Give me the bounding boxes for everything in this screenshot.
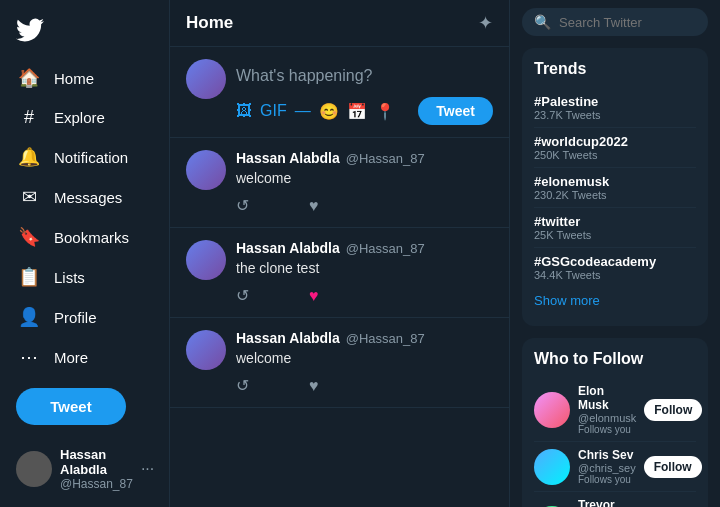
follow-name-1: Chris Sev [578,448,636,462]
sidebar-item-lists[interactable]: 📋 Lists [12,258,157,296]
follow-handle-0: @elonmusk [578,412,636,424]
sidebar-item-explore[interactable]: # Explore [12,99,157,136]
trend-count-0: 23.7K Tweets [534,109,696,121]
follow-button-1[interactable]: Follow [644,456,702,478]
composer-tools: 🖼 GIF — 😊 📅 📍 [236,102,395,121]
nav-items: 🏠 Home # Explore 🔔 Notification ✉ Messag… [12,59,157,378]
follow-name-2: Trevor Noah [578,498,647,507]
follow-handle-1: @chris_sey [578,462,636,474]
emoji-icon[interactable]: 😊 [319,102,339,121]
trends-show-more[interactable]: Show more [534,287,696,314]
profile-icon: 👤 [18,306,40,328]
image-icon[interactable]: 🖼 [236,102,252,121]
search-icon: 🔍 [534,14,551,30]
schedule-icon[interactable]: 📅 [347,102,367,121]
follow-avatar-1 [534,449,570,485]
tweet-post: Hassan Alabdla @Hassan_87 welcome ↺ ♥ [170,138,509,228]
sidebar-user-info: Hassan Alabdla @Hassan_87 [60,447,133,491]
search-input[interactable] [559,15,696,30]
retweet-icon-1[interactable]: ↺ [236,286,249,305]
tweet-post: Hassan Alabdla @Hassan_87 welcome ↺ ♥ [170,318,509,408]
tweet-post: Hassan Alabdla @Hassan_87 the clone test… [170,228,509,318]
location-icon[interactable]: 📍 [375,102,395,121]
lists-icon: 📋 [18,266,40,288]
who-to-follow-box: Who to Follow Elon Musk @elonmusk Follow… [522,338,708,507]
retweet-icon-0[interactable]: ↺ [236,196,249,215]
post-actions-2: ↺ ♥ [236,376,493,395]
like-icon-2[interactable]: ♥ [309,376,319,395]
trend-name-4: #GSGcodeacademy [534,254,696,269]
more-icon: ⋯ [18,346,40,368]
sidebar-item-home[interactable]: 🏠 Home [12,59,157,97]
search-bar[interactable]: 🔍 [522,8,708,36]
post-content-1: the clone test [236,260,493,276]
sidebar-user-handle: @Hassan_87 [60,477,133,491]
trend-item[interactable]: #twitter 25K Tweets [534,208,696,248]
trend-item[interactable]: #elonemusk 230.2K Tweets [534,168,696,208]
tweet-button[interactable]: Tweet [16,388,126,425]
sidebar-user-profile[interactable]: Hassan Alabdla @Hassan_87 ··· [12,439,157,499]
sidebar-more-icon[interactable]: ··· [141,460,154,478]
post-name-0: Hassan Alabdla [236,150,340,166]
messages-icon: ✉ [18,186,40,208]
sidebar-item-label-messages: Messages [54,189,122,206]
post-right-2: Hassan Alabdla @Hassan_87 welcome ↺ ♥ [236,330,493,395]
post-avatar-0 [186,150,226,190]
left-sidebar: 🏠 Home # Explore 🔔 Notification ✉ Messag… [0,0,170,507]
follow-info-1: Chris Sev @chris_sey Follows you [578,448,636,485]
post-right-1: Hassan Alabdla @Hassan_87 the clone test… [236,240,493,305]
trends-container: #Palestine 23.7K Tweets #worldcup2022 25… [534,88,696,287]
trend-name-3: #twitter [534,214,696,229]
poll-icon[interactable]: — [295,102,311,121]
trends-title: Trends [534,60,696,78]
composer-avatar [186,59,226,99]
feed-title: Home [186,13,233,33]
like-icon-1[interactable]: ♥ [309,286,319,305]
retweet-icon-2[interactable]: ↺ [236,376,249,395]
trend-item[interactable]: #GSGcodeacademy 34.4K Tweets [534,248,696,287]
composer-right: What's happening? 🖼 GIF — 😊 📅 📍 Tweet [236,59,493,125]
like-icon-0[interactable]: ♥ [309,196,319,215]
post-handle-0: @Hassan_87 [346,151,425,166]
sidebar-item-label-notifications: Notification [54,149,128,166]
trends-box: Trends #Palestine 23.7K Tweets #worldcup… [522,48,708,326]
trend-count-3: 25K Tweets [534,229,696,241]
sidebar-item-bookmarks[interactable]: 🔖 Bookmarks [12,218,157,256]
trend-count-4: 34.4K Tweets [534,269,696,281]
compose-tweet-button[interactable]: Tweet [418,97,493,125]
follow-name-0: Elon Musk [578,384,636,412]
post-name-1: Hassan Alabdla [236,240,340,256]
gif-icon[interactable]: GIF [260,102,287,121]
posts-container: Hassan Alabdla @Hassan_87 welcome ↺ ♥ Ha… [170,138,509,408]
tweet-composer: What's happening? 🖼 GIF — 😊 📅 📍 Tweet [170,47,509,138]
bookmarks-icon: 🔖 [18,226,40,248]
post-header-2: Hassan Alabdla @Hassan_87 [236,330,493,346]
composer-placeholder[interactable]: What's happening? [236,59,493,97]
home-icon: 🏠 [18,67,40,89]
sidebar-item-label-explore: Explore [54,109,105,126]
trend-item[interactable]: #Palestine 23.7K Tweets [534,88,696,128]
follow-tag-0: Follows you [578,424,636,435]
sidebar-avatar [16,451,52,487]
sparkle-icon[interactable]: ✦ [478,12,493,34]
trend-name-1: #worldcup2022 [534,134,696,149]
sidebar-item-label-more: More [54,349,88,366]
trend-name-2: #elonemusk [534,174,696,189]
main-feed: Home ✦ What's happening? 🖼 GIF — 😊 📅 📍 T… [170,0,510,507]
trend-name-0: #Palestine [534,94,696,109]
follow-button-0[interactable]: Follow [644,399,702,421]
who-to-follow-title: Who to Follow [534,350,696,368]
right-sidebar: 🔍 Trends #Palestine 23.7K Tweets #worldc… [510,0,720,507]
sidebar-item-profile[interactable]: 👤 Profile [12,298,157,336]
follow-avatar-0 [534,392,570,428]
composer-toolbar: 🖼 GIF — 😊 📅 📍 Tweet [236,97,493,125]
feed-header: Home ✦ [170,0,509,47]
sidebar-item-more[interactable]: ⋯ More [12,338,157,376]
post-avatar-2 [186,330,226,370]
trend-item[interactable]: #worldcup2022 250K Tweets [534,128,696,168]
sidebar-item-notifications[interactable]: 🔔 Notification [12,138,157,176]
follow-item: Elon Musk @elonmusk Follows you Follow [534,378,696,442]
sidebar-item-messages[interactable]: ✉ Messages [12,178,157,216]
twitter-logo[interactable] [12,8,157,55]
post-header-1: Hassan Alabdla @Hassan_87 [236,240,493,256]
